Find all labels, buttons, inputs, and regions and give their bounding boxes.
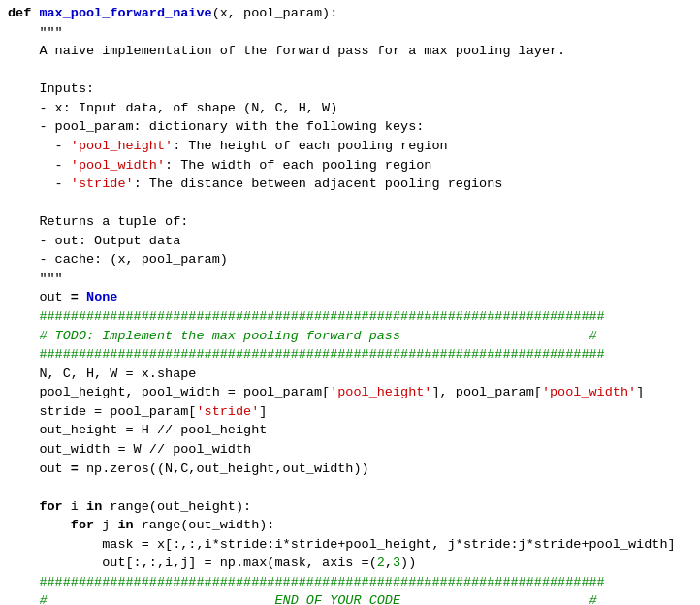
code-line: - 'stride': The distance between adjacen…: [0, 175, 700, 194]
code-line: """: [0, 23, 700, 43]
code-line: - 'pool_width': The width of each poolin…: [0, 156, 700, 175]
code-line: out_width = W // pool_width: [0, 440, 700, 460]
code-line: for j in range(out_width):: [0, 516, 700, 535]
code-line: """: [0, 270, 700, 289]
code-line: [0, 61, 700, 80]
code-line: N, C, H, W = x.shape: [0, 365, 700, 384]
code-line: # TODO: Implement the max pooling forwar…: [0, 327, 700, 346]
code-line: Returns a tuple of:: [0, 212, 700, 232]
code-line: out = None: [0, 288, 700, 307]
code-line: ########################################…: [0, 307, 700, 327]
code-line: mask = x[:,:,i*stride:i*stride+pool_heig…: [0, 535, 700, 555]
code-line: def max_pool_forward_naive(x, pool_param…: [0, 4, 700, 23]
code-line: stride = pool_param['stride']: [0, 402, 700, 422]
code-line: ########################################…: [0, 345, 700, 365]
code-line: [0, 478, 700, 497]
code-line: pool_height, pool_width = pool_param['po…: [0, 383, 700, 402]
code-line: - out: Output data: [0, 232, 700, 251]
code-line: Inputs:: [0, 80, 700, 99]
code-line: - 'pool_height': The height of each pool…: [0, 137, 700, 156]
code-container: def max_pool_forward_naive(x, pool_param…: [0, 0, 700, 605]
code-line: - pool_param: dictionary with the follow…: [0, 117, 700, 137]
code-line: out[:,:,i,j] = np.max(mask, axis =(2,3)): [0, 554, 700, 573]
code-block: def max_pool_forward_naive(x, pool_param…: [0, 4, 700, 605]
code-line: ########################################…: [0, 573, 700, 592]
code-line: out = np.zeros((N,C,out_height,out_width…: [0, 460, 700, 479]
code-line: A naive implementation of the forward pa…: [0, 42, 700, 61]
code-line: [0, 194, 700, 213]
code-line: out_height = H // pool_height: [0, 421, 700, 440]
code-line: for i in range(out_height):: [0, 497, 700, 517]
code-line: - x: Input data, of shape (N, C, H, W): [0, 99, 700, 118]
code-line: - cache: (x, pool_param): [0, 250, 700, 270]
code-line: # END OF YOUR CODE #: [0, 591, 700, 605]
